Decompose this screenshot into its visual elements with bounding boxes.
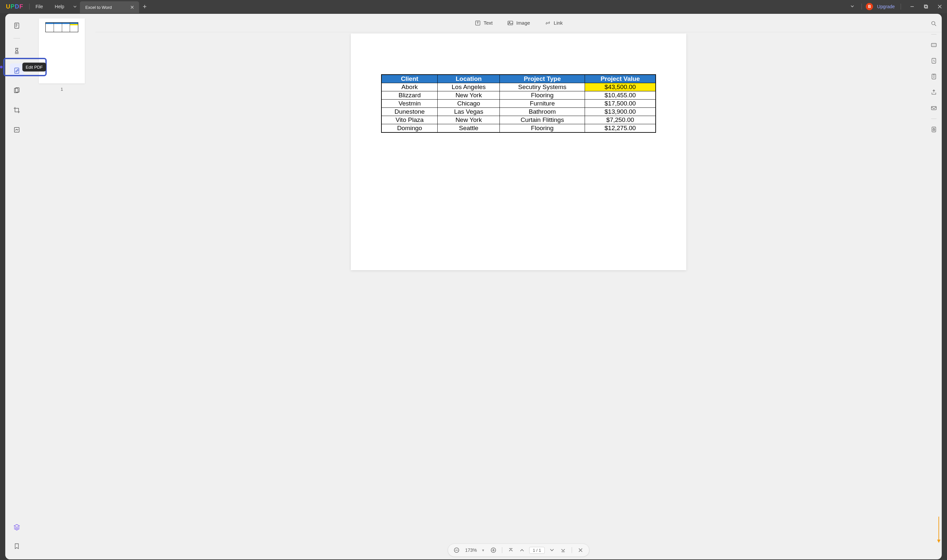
- document-viewport[interactable]: Client Location Project Type Project Val…: [95, 32, 942, 559]
- table-row[interactable]: Vito PlazaNew YorkCurtain Flittings$7,25…: [382, 116, 656, 124]
- form-tool[interactable]: [9, 123, 24, 137]
- table-cell[interactable]: Chicago: [438, 100, 500, 108]
- chevron-bar-up-icon: [508, 548, 513, 552]
- table-cell[interactable]: Secutiry Systems: [500, 83, 585, 91]
- table-cell[interactable]: $7,250.00: [585, 116, 656, 124]
- table-cell[interactable]: New York: [438, 116, 500, 124]
- svg-rect-2: [15, 23, 19, 29]
- close-bar-button[interactable]: [577, 546, 585, 554]
- table-cell[interactable]: Seattle: [438, 124, 500, 133]
- add-image-button[interactable]: Image: [507, 20, 530, 26]
- table-cell[interactable]: Vestmin: [382, 100, 438, 108]
- chevron-bar-down-icon: [561, 548, 565, 552]
- table-cell[interactable]: New York: [438, 91, 500, 100]
- ocr-button[interactable]: [929, 40, 939, 50]
- lock-icon: [930, 126, 937, 133]
- svg-rect-16: [932, 106, 936, 110]
- edit-pdf-tooltip: Edit PDF: [22, 63, 46, 72]
- next-page-button[interactable]: [548, 546, 556, 554]
- menu-help[interactable]: Help: [49, 0, 70, 13]
- tab-label: Excel to Word: [85, 5, 112, 10]
- col-header-project-type: Project Type: [500, 75, 585, 83]
- table-cell[interactable]: Flooring: [500, 124, 585, 133]
- menu-file[interactable]: File: [29, 0, 49, 13]
- minimize-button[interactable]: [908, 3, 916, 11]
- bookmark-tool[interactable]: [9, 539, 24, 554]
- scroll-indicator: [938, 517, 940, 543]
- add-image-label: Image: [516, 20, 530, 26]
- mini-table-preview: [45, 22, 78, 32]
- table-cell[interactable]: Las Vegas: [438, 108, 500, 116]
- first-page-button[interactable]: [507, 546, 514, 554]
- minimize-icon: [910, 4, 915, 9]
- layers-tool[interactable]: [9, 520, 24, 534]
- zoom-in-button[interactable]: [489, 546, 497, 554]
- share-button[interactable]: [929, 87, 939, 98]
- close-icon: [578, 548, 583, 552]
- menu-bar: File Help: [29, 0, 80, 13]
- email-icon: [930, 105, 937, 111]
- table-cell[interactable]: Vito Plaza: [382, 116, 438, 124]
- table-cell[interactable]: Blizzard: [382, 91, 438, 100]
- table-cell[interactable]: Abork: [382, 83, 438, 91]
- convert-button[interactable]: [929, 55, 939, 66]
- add-link-label: Link: [554, 20, 563, 26]
- menu-more-dropdown[interactable]: [70, 0, 80, 13]
- right-tool-rail: [926, 14, 942, 559]
- table-cell[interactable]: Los Angeles: [438, 83, 500, 91]
- search-button[interactable]: [929, 18, 939, 29]
- window-close-button[interactable]: [936, 3, 944, 11]
- table-cell[interactable]: $17,500.00: [585, 100, 656, 108]
- data-table[interactable]: Client Location Project Type Project Val…: [381, 74, 656, 133]
- last-page-button[interactable]: [559, 546, 567, 554]
- table-row[interactable]: VestminChicagoFurniture$17,500.00: [382, 100, 656, 108]
- chevron-down-icon: [550, 548, 554, 552]
- add-link-button[interactable]: Link: [545, 20, 563, 26]
- image-icon: [507, 20, 514, 26]
- maximize-button[interactable]: [922, 3, 930, 11]
- document-page[interactable]: Client Location Project Type Project Val…: [351, 34, 686, 270]
- table-row[interactable]: AborkLos AngelesSecutiry Systems$43,500.…: [382, 83, 656, 91]
- main-document-area: Text Image Link Client: [95, 14, 942, 559]
- compress-button[interactable]: [929, 71, 939, 82]
- table-row[interactable]: BlizzardNew YorkFlooring$10,455.00: [382, 91, 656, 100]
- col-header-location: Location: [438, 75, 500, 83]
- divider: [901, 4, 901, 9]
- tab-excel-to-word[interactable]: Excel to Word: [80, 1, 139, 13]
- zoom-out-button[interactable]: [453, 546, 460, 554]
- close-tab-button[interactable]: [131, 5, 134, 10]
- zoom-dropdown[interactable]: ▼: [481, 549, 485, 552]
- reader-tool[interactable]: [9, 18, 24, 33]
- svg-rect-18: [933, 129, 935, 131]
- upgrade-button[interactable]: Upgrade: [875, 4, 897, 9]
- table-cell[interactable]: $10,455.00: [585, 91, 656, 100]
- chevron-up-icon: [519, 548, 524, 552]
- table-cell[interactable]: Domingo: [382, 124, 438, 133]
- protect-button[interactable]: [929, 124, 939, 135]
- table-row[interactable]: DunestoneLas VegasBathroom$13,900.00: [382, 108, 656, 116]
- left-tool-rail: Edit PDF: [5, 14, 28, 559]
- organize-tool[interactable]: [9, 83, 24, 98]
- page-indicator[interactable]: 1 / 1: [529, 547, 545, 554]
- crop-tool[interactable]: [9, 103, 24, 117]
- convert-icon: [930, 57, 937, 64]
- table-cell[interactable]: Flooring: [500, 91, 585, 100]
- table-cell[interactable]: $12,275.00: [585, 124, 656, 133]
- add-tab-button[interactable]: [139, 0, 150, 13]
- email-button[interactable]: [929, 103, 939, 113]
- table-cell[interactable]: $13,900.00: [585, 108, 656, 116]
- table-cell[interactable]: Furniture: [500, 100, 585, 108]
- table-cell[interactable]: Dunestone: [382, 108, 438, 116]
- table-row[interactable]: DomingoSeattleFlooring$12,275.00: [382, 124, 656, 133]
- user-avatar[interactable]: B: [866, 3, 873, 10]
- prev-page-button[interactable]: [518, 546, 526, 554]
- add-text-button[interactable]: Text: [474, 20, 493, 26]
- table-cell[interactable]: Bathroom: [500, 108, 585, 116]
- comment-tool[interactable]: [9, 44, 24, 58]
- table-cell[interactable]: $43,500.00: [585, 83, 656, 91]
- svg-rect-8: [508, 21, 513, 25]
- svg-rect-17: [932, 127, 936, 132]
- table-cell[interactable]: Curtain Flittings: [500, 116, 585, 124]
- close-icon: [131, 6, 134, 9]
- titlebar-dropdown[interactable]: [847, 4, 858, 9]
